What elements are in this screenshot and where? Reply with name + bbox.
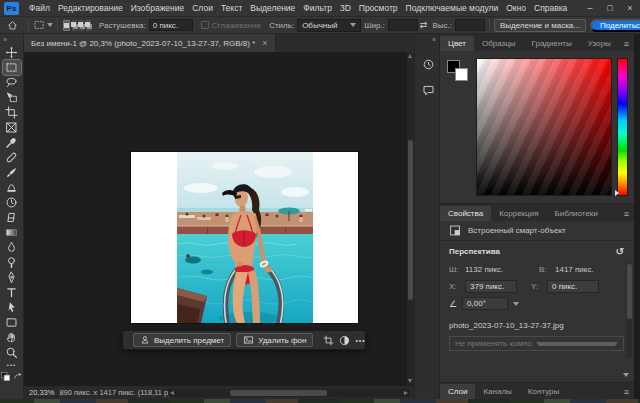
feather-input[interactable] [149,19,193,31]
reset-icon[interactable]: ↺ [616,246,624,257]
maximize-button[interactable]: □ [600,0,620,16]
tool-crop[interactable] [3,105,21,120]
tab-channels[interactable]: Каналы [475,384,519,399]
angle-input[interactable]: 0,00° [462,297,508,310]
tool-clone-stamp[interactable] [3,180,21,195]
transform-icon[interactable] [323,333,334,347]
tool-lasso[interactable] [3,75,21,90]
height-input[interactable] [455,19,485,31]
menu-image[interactable]: Изображение [127,3,189,13]
canvas-area[interactable]: Выделить предмет Удалить фон ••• [24,52,407,385]
tool-type[interactable] [3,285,21,300]
selection-mode-intersect[interactable] [86,20,91,31]
menu-help[interactable]: Справка [530,3,571,13]
swap-colors-icon[interactable] [13,372,23,382]
panel-menu-icon[interactable]: ≡ [624,209,634,221]
vertical-scroll-thumb[interactable] [408,140,413,300]
edit-toolbar-icon[interactable]: ••• [7,362,16,368]
scroll-left-icon[interactable] [170,391,174,395]
tool-rectangle-shape[interactable] [3,315,21,330]
tool-hand[interactable] [3,330,21,345]
panel-scroll-down-icon[interactable] [623,373,629,377]
hue-slider-marker[interactable] [615,190,619,196]
tool-pen[interactable] [3,270,21,285]
tool-brush[interactable] [3,165,21,180]
panel-menu-icon[interactable]: ≡ [624,387,634,399]
tool-dodge[interactable] [3,255,21,270]
tool-rectangular-marquee[interactable] [3,60,21,75]
properties-scrollbar[interactable] [626,263,632,358]
marquee-tool-preset-icon[interactable] [33,19,53,31]
background-color[interactable] [455,68,468,81]
tool-object-selection[interactable] [3,90,21,105]
share-button[interactable]: Поделиться [590,19,640,32]
foreground-background-swatches[interactable] [447,60,469,82]
hue-ramp[interactable] [617,58,628,196]
tool-eraser[interactable] [3,210,21,225]
swap-dimensions-icon[interactable]: ⇄ [420,20,428,30]
tool-blur[interactable] [3,240,21,255]
menu-file[interactable]: Файл [25,3,54,13]
menu-window[interactable]: Окно [502,3,530,13]
menu-select[interactable]: Выделение [246,3,299,13]
close-button[interactable]: × [620,0,640,16]
tab-color[interactable]: Цвет [440,36,474,51]
history-panel-icon[interactable] [419,56,437,72]
tab-properties[interactable]: Свойства [440,206,491,221]
menu-layers[interactable]: Слои [188,3,217,13]
width-input[interactable] [388,19,418,31]
selection-mode-add[interactable] [72,20,77,31]
more-options-icon[interactable]: ••• [355,337,365,344]
selection-mode-new[interactable] [63,20,70,31]
tab-layers[interactable]: Слои [440,384,475,399]
menu-3d[interactable]: 3D [336,3,355,13]
home-icon[interactable] [7,20,18,31]
menu-view[interactable]: Просмотр [355,3,402,13]
document-tab[interactable]: Без имени-1 @ 20,3% (photo_2023-07-10_13… [24,34,276,52]
minimize-button[interactable]: – [580,0,600,16]
tool-spot-healing[interactable] [3,150,21,165]
horizontal-scroll-thumb[interactable] [230,390,327,396]
tool-frame[interactable] [3,120,21,135]
tool-gradient[interactable] [3,225,21,240]
y-input[interactable]: 0 пикс. [547,280,599,293]
horizontal-scrollbar[interactable] [168,389,410,397]
default-colors-icon[interactable] [0,371,11,382]
menu-filter[interactable]: Фильтр [299,3,336,13]
select-and-mask-button[interactable]: Выделение и маска... [494,19,586,32]
tool-history-brush[interactable] [3,195,21,210]
style-select[interactable]: Обычный [297,19,361,32]
comments-panel-icon[interactable] [419,82,437,98]
tool-move[interactable] [3,45,21,60]
zoom-level[interactable]: 20,33% [29,388,54,397]
tab-libraries[interactable]: Библиотеки [546,206,605,221]
remove-background-button[interactable]: Удалить фон [236,333,313,347]
document-canvas[interactable] [131,152,358,323]
x-input[interactable]: 379 пикс. [465,280,517,293]
scroll-right-icon[interactable] [404,391,408,395]
properties-scroll-thumb[interactable] [627,264,632,319]
tool-eyedropper[interactable] [3,135,21,150]
tab-patterns[interactable]: Узоры [580,36,619,51]
adjustments-icon[interactable] [339,333,350,347]
tab-gradients[interactable]: Градиенты [524,36,580,51]
tool-zoom[interactable] [3,345,21,360]
scroll-down-icon[interactable] [408,379,412,383]
expand-panels-icon[interactable]: « [432,36,436,43]
menu-type[interactable]: Текст [217,3,246,13]
panel-menu-icon[interactable]: ≡ [624,39,634,51]
selection-mode-subtract[interactable] [79,20,84,31]
saturation-brightness-field[interactable] [476,58,612,196]
tool-path-selection[interactable] [3,300,21,315]
close-tab-icon[interactable]: × [262,38,267,48]
menu-edit[interactable]: Редактирование [54,3,127,13]
angle-caret-icon[interactable] [513,302,519,306]
select-subject-button[interactable]: Выделить предмет [133,333,231,347]
collapse-tools-icon[interactable]: » [0,34,10,45]
menu-plugins[interactable]: Подключаемые модули [402,3,503,13]
tab-swatches[interactable]: Образцы [474,36,524,51]
tab-paths[interactable]: Контуры [520,384,567,399]
tab-adjustments[interactable]: Коррекция [491,206,546,221]
vertical-scrollbar[interactable] [407,52,414,385]
scroll-up-icon[interactable] [408,54,412,58]
